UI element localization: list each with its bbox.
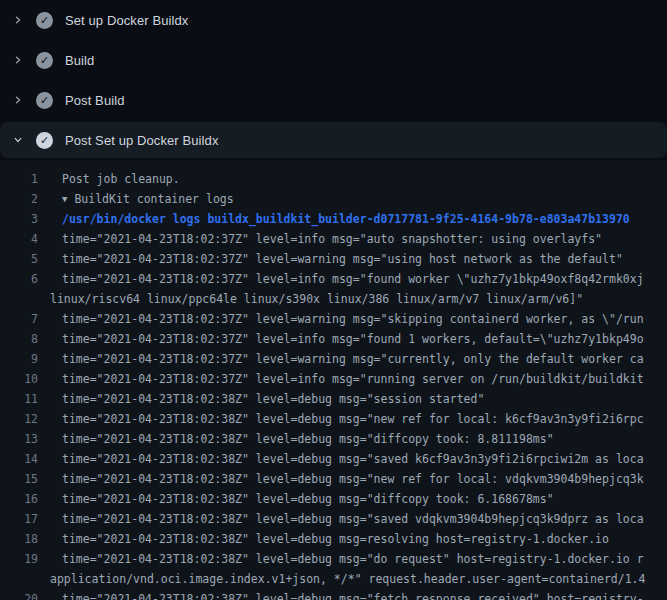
group-caret-icon[interactable]: ▼ (62, 189, 67, 209)
group-title: BuildKit container logs (74, 192, 233, 206)
log-row: 2▼BuildKit container logs (0, 189, 667, 209)
log-line-text: time="2021-04-23T18:02:37Z" level=info m… (38, 329, 644, 349)
log-line-text: time="2021-04-23T18:02:38Z" level=debug … (38, 489, 554, 509)
log-row: 4time="2021-04-23T18:02:37Z" level=info … (0, 229, 667, 249)
log-row: 10time="2021-04-23T18:02:37Z" level=info… (0, 369, 667, 389)
log-line-number[interactable]: 19 (0, 549, 38, 569)
log-line-text: Post job cleanup. (38, 169, 180, 189)
log-line-number (0, 569, 38, 589)
log-line-number[interactable]: 17 (0, 509, 38, 529)
log-line-number[interactable]: 13 (0, 429, 38, 449)
log-area: 1Post job cleanup.2▼BuildKit container l… (0, 160, 667, 600)
log-line-number[interactable]: 15 (0, 469, 38, 489)
log-line-number[interactable]: 1 (0, 169, 38, 189)
check-circle-icon: ✓ (36, 132, 53, 149)
log-line-text: linux/riscv64 linux/ppc64le linux/s390x … (38, 289, 583, 309)
check-circle-icon: ✓ (36, 92, 53, 109)
step-label: Set up Docker Buildx (65, 13, 188, 28)
log-line-number[interactable]: 8 (0, 329, 38, 349)
step-row-post-build[interactable]: ✓Post Build (0, 80, 667, 120)
log-line-text: time="2021-04-23T18:02:38Z" level=debug … (38, 529, 609, 549)
log-line-number[interactable]: 10 (0, 369, 38, 389)
log-row: 3/usr/bin/docker logs buildx_buildkit_bu… (0, 209, 667, 229)
step-label: Post Set up Docker Buildx (65, 133, 219, 148)
log-line-number[interactable]: 6 (0, 269, 38, 289)
log-command-text: /usr/bin/docker logs buildx_buildkit_bui… (38, 209, 630, 229)
log-line-number[interactable]: 7 (0, 309, 38, 329)
log-row: 8time="2021-04-23T18:02:37Z" level=info … (0, 329, 667, 349)
log-line-text: time="2021-04-23T18:02:38Z" level=debug … (38, 589, 644, 600)
log-row: 17time="2021-04-23T18:02:38Z" level=debu… (0, 509, 667, 529)
chevron-down-icon (12, 134, 24, 146)
log-row: 18time="2021-04-23T18:02:38Z" level=debu… (0, 529, 667, 549)
log-line-text: time="2021-04-23T18:02:37Z" level=info m… (38, 369, 644, 389)
log-row: 16time="2021-04-23T18:02:38Z" level=debu… (0, 489, 667, 509)
log-line-number[interactable]: 4 (0, 229, 38, 249)
log-line-text: time="2021-04-23T18:02:38Z" level=debug … (38, 449, 644, 469)
log-line-text: application/vnd.oci.image.index.v1+json,… (38, 569, 645, 589)
step-row-set-up-docker-buildx[interactable]: ✓Set up Docker Buildx (0, 0, 667, 40)
log-line-number (0, 289, 38, 309)
check-circle-icon: ✓ (36, 12, 53, 29)
log-line-number[interactable]: 14 (0, 449, 38, 469)
log-row: linux/riscv64 linux/ppc64le linux/s390x … (0, 289, 667, 309)
log-line-text: time="2021-04-23T18:02:38Z" level=debug … (38, 509, 644, 529)
log-line-number[interactable]: 11 (0, 389, 38, 409)
log-row: 15time="2021-04-23T18:02:38Z" level=debu… (0, 469, 667, 489)
log-row: 20time="2021-04-23T18:02:38Z" level=debu… (0, 589, 667, 600)
log-line-text: time="2021-04-23T18:02:38Z" level=debug … (38, 389, 484, 409)
log-line-number[interactable]: 16 (0, 489, 38, 509)
log-line-text: time="2021-04-23T18:02:37Z" level=warnin… (38, 349, 644, 369)
log-row: 7time="2021-04-23T18:02:37Z" level=warni… (0, 309, 667, 329)
log-row: 11time="2021-04-23T18:02:38Z" level=debu… (0, 389, 667, 409)
workflow-log-viewer: ✓Set up Docker Buildx✓Build✓Post Build✓P… (0, 0, 667, 600)
log-row: 12time="2021-04-23T18:02:38Z" level=debu… (0, 409, 667, 429)
log-row: application/vnd.oci.image.index.v1+json,… (0, 569, 667, 589)
log-line-text: time="2021-04-23T18:02:37Z" level=info m… (38, 229, 602, 249)
step-row-post-set-up-docker-buildx[interactable]: ✓Post Set up Docker Buildx (0, 122, 667, 158)
log-line-number[interactable]: 12 (0, 409, 38, 429)
log-row: 14time="2021-04-23T18:02:38Z" level=debu… (0, 449, 667, 469)
log-row: 6time="2021-04-23T18:02:37Z" level=info … (0, 269, 667, 289)
log-row: 13time="2021-04-23T18:02:38Z" level=debu… (0, 429, 667, 449)
log-line-number[interactable]: 5 (0, 249, 38, 269)
log-line-number[interactable]: 18 (0, 529, 38, 549)
log-line-text: time="2021-04-23T18:02:38Z" level=debug … (38, 409, 644, 429)
log-line-number[interactable]: 2 (0, 189, 38, 209)
log-line-text: time="2021-04-23T18:02:37Z" level=warnin… (38, 249, 623, 269)
log-row: 1Post job cleanup. (0, 169, 667, 189)
chevron-right-icon (12, 54, 24, 66)
log-row: 9time="2021-04-23T18:02:37Z" level=warni… (0, 349, 667, 369)
step-row-build[interactable]: ✓Build (0, 40, 667, 80)
log-line-text: time="2021-04-23T18:02:38Z" level=debug … (38, 469, 644, 489)
log-line-text: ▼BuildKit container logs (38, 189, 234, 209)
log-line-text: time="2021-04-23T18:02:38Z" level=debug … (38, 429, 554, 449)
log-line-number[interactable]: 3 (0, 209, 38, 229)
log-line-text: time="2021-04-23T18:02:38Z" level=debug … (38, 549, 644, 569)
log-line-text: time="2021-04-23T18:02:37Z" level=info m… (38, 269, 644, 289)
log-line-number[interactable]: 9 (0, 349, 38, 369)
step-label: Build (65, 53, 94, 68)
chevron-right-icon (12, 14, 24, 26)
step-label: Post Build (65, 93, 125, 108)
chevron-right-icon (12, 94, 24, 106)
steps-list: ✓Set up Docker Buildx✓Build✓Post Build✓P… (0, 0, 667, 158)
check-circle-icon: ✓ (36, 52, 53, 69)
log-line-text: time="2021-04-23T18:02:37Z" level=warnin… (38, 309, 644, 329)
log-row: 19time="2021-04-23T18:02:38Z" level=debu… (0, 549, 667, 569)
log-line-number[interactable]: 20 (0, 589, 38, 600)
log-row: 5time="2021-04-23T18:02:37Z" level=warni… (0, 249, 667, 269)
